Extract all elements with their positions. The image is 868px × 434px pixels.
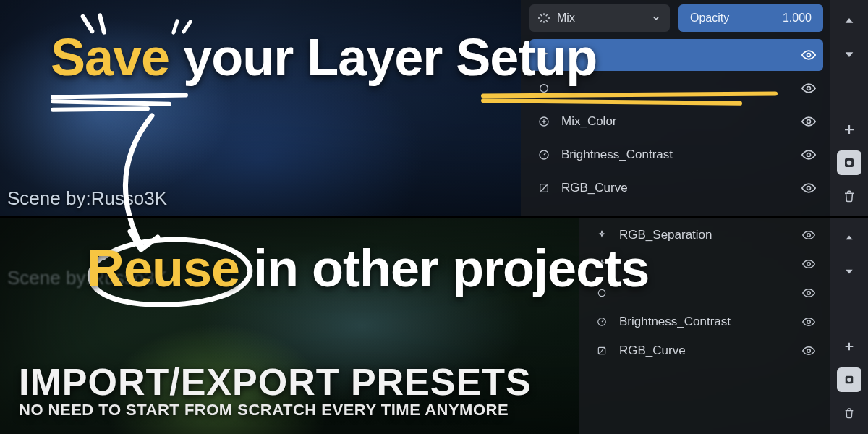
svg-point-12 [807,263,811,266]
eye-icon[interactable] [801,81,816,95]
svg-point-6 [807,153,811,157]
scene-credit-top: Scene by:Russo3K [7,187,167,210]
svg-point-11 [807,234,811,237]
dial-icon [595,317,609,327]
layer-row[interactable]: RGB_Curve [529,172,823,204]
headline-top-accent: Save [51,27,169,87]
eye-icon[interactable] [801,114,816,129]
plus-icon [537,116,551,127]
headline-top-rest: your Layer Setup [169,28,597,86]
add-layer-button[interactable] [837,117,861,142]
add-layer-button[interactable] [837,334,861,359]
blend-mode-label: Mix [557,12,575,25]
opacity-slider[interactable]: Opacity 1.000 [678,4,823,32]
eye-icon[interactable] [801,286,816,299]
mask-button[interactable] [837,367,861,392]
curve-icon [537,182,551,194]
eye-icon[interactable] [801,258,816,271]
caption-title: IMPORT/EXPORT PRESETS [19,360,532,404]
delete-layer-button[interactable] [837,401,861,425]
layer-name: Mix_Color [561,114,791,129]
svg-point-4 [807,120,811,124]
move-down-button[interactable] [837,42,861,67]
eye-icon[interactable] [801,315,816,328]
underline-yellow-icon [481,93,778,109]
move-up-button[interactable] [837,9,861,33]
curve-icon [595,346,609,356]
sparkle-icon [538,12,550,24]
caption-subtitle: NO NEED TO START FROM SCRATCH EVERY TIME… [19,401,532,420]
headline-top: Save your Layer Setup [51,27,597,87]
half-divider [0,216,868,218]
layer-name: RGB_Curve [619,344,791,358]
layer-row[interactable]: Mix_Color [529,106,823,137]
mask-button[interactable] [837,150,861,175]
eye-icon[interactable] [801,181,816,195]
eye-icon[interactable] [801,344,816,357]
svg-point-8 [807,187,811,190]
underline-white-icon [51,94,188,111]
svg-point-18 [807,349,811,353]
headline-bot-accent: Reuse [87,239,239,298]
layer-name: RGB_Curve [561,181,791,195]
delete-layer-button[interactable] [837,184,861,208]
opacity-label: Opacity [690,12,729,25]
layer-row[interactable]: Brightness_Contrast [529,139,823,171]
caption: IMPORT/EXPORT PRESETS NO NEED TO START F… [19,360,532,420]
move-down-button[interactable] [837,259,861,284]
svg-point-16 [807,320,811,324]
eye-icon[interactable] [801,229,816,242]
move-up-button[interactable] [837,226,861,250]
svg-point-2 [807,87,811,90]
eye-icon[interactable] [801,48,816,62]
headline-bot: Reuse in other projects [87,239,649,298]
svg-point-10 [847,161,852,166]
layer-name: Brightness_Contrast [619,315,791,329]
layer-row[interactable]: RGB_Curve [587,337,823,365]
layer-tools-top [830,0,868,217]
svg-point-0 [807,54,811,57]
accent-ticks-icon [169,19,205,41]
opacity-value: 1.000 [783,12,812,25]
chevron-down-icon [651,13,661,23]
svg-point-14 [807,292,811,295]
svg-point-20 [847,378,851,382]
layer-row[interactable]: Brightness_Contrast [587,308,823,336]
eye-icon[interactable] [801,148,816,162]
layer-name: Brightness_Contrast [561,148,791,162]
headline-bot-rest: in other projects [239,239,649,297]
dial-icon [537,149,551,161]
layer-tools-bot [830,217,868,434]
